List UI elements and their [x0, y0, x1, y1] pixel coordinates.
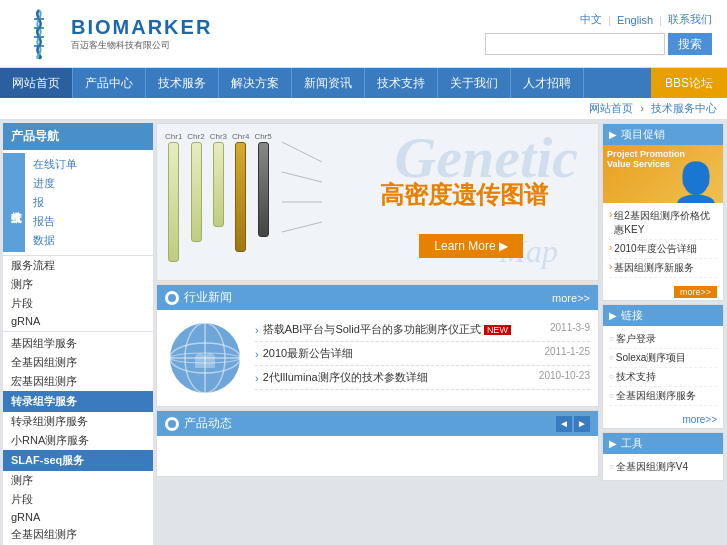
sidebar-online-label: 在线技术支持	[3, 153, 25, 252]
lang-cn[interactable]: 中文	[580, 12, 602, 27]
news2-icon-inner	[168, 420, 176, 428]
news-content: › 搭载ABI平台与Solid平台的多功能测序仪正式 NEW 2011-3-9 …	[157, 310, 598, 406]
promo-item-1[interactable]: › 组2基因组测序价格优惠KEY	[609, 207, 717, 240]
news-more[interactable]: more>>	[552, 292, 590, 304]
news-arrow-3: ›	[255, 372, 259, 384]
breadcrumb-sep: ›	[640, 102, 644, 114]
nav-item-tech[interactable]: 技术服务	[146, 68, 219, 98]
logo-text: BIOMARKER 百迈客生物科技有限公司	[71, 16, 212, 52]
tools-title-icon: ▶	[609, 438, 617, 449]
links-title-icon: ▶	[609, 310, 617, 321]
main-area: 产品导航 在线技术支持 在线订单 进度 报 报告 数据 服务流程 测序 片段 g…	[0, 120, 727, 545]
chr3-col: Chr3	[210, 132, 227, 227]
sidebar-title: 产品导航	[3, 123, 153, 150]
sidebar-item-order[interactable]: 在线订单	[25, 155, 153, 174]
sidebar-item-frag[interactable]: 片段	[3, 294, 153, 313]
tools-title-text: 工具	[621, 436, 643, 451]
news2-next-button[interactable]: ►	[574, 416, 590, 432]
lang-contact[interactable]: 联系我们	[668, 12, 712, 27]
nav-item-solution[interactable]: 解决方案	[219, 68, 292, 98]
nav-item-recruit[interactable]: 人才招聘	[511, 68, 584, 98]
sidebar-item-flow[interactable]: 服务流程	[3, 256, 153, 275]
sidebar-item-rna[interactable]: 转录组测序服务	[3, 412, 153, 431]
news-icon-inner	[168, 294, 176, 302]
sidebar-item-report2[interactable]: 报告	[25, 212, 153, 231]
lang-en[interactable]: English	[617, 14, 653, 26]
chr4-col: Chr4	[232, 132, 249, 252]
nav-item-about[interactable]: 关于我们	[438, 68, 511, 98]
news-item-3-text[interactable]: 2代Illumina测序仪的技术参数详细	[263, 370, 428, 385]
chr5-label: Chr5	[254, 132, 271, 141]
nav-item-news[interactable]: 新闻资讯	[292, 68, 365, 98]
links-item-4[interactable]: ○ 全基因组测序服务	[609, 387, 717, 406]
links-more-link[interactable]: more>>	[683, 414, 717, 425]
globe-svg	[165, 318, 245, 398]
sidebar-item-seq2[interactable]: 测序	[3, 471, 153, 490]
news-item-1-content: › 搭载ABI平台与Solid平台的多功能测序仪正式 NEW	[255, 322, 542, 337]
sidebar-item-frag2[interactable]: 片段	[3, 490, 153, 509]
sidebar-item-report1[interactable]: 报	[25, 193, 153, 212]
news-header-left: 行业新闻	[165, 289, 232, 306]
header: BIOMARKER 百迈客生物科技有限公司 中文 | English | 联系我…	[0, 0, 727, 68]
sidebar-item-grna[interactable]: gRNA	[3, 313, 153, 329]
news-item-2-text[interactable]: 2010最新公告详细	[263, 346, 353, 361]
sidebar-item-grna2[interactable]: gRNA	[3, 509, 153, 525]
sidebar-item-wgs2[interactable]: 全基因组测序	[3, 525, 153, 544]
sidebar-slaf[interactable]: SLAF-seq服务	[3, 450, 153, 471]
links-item-2[interactable]: ○ Solexa测序项目	[609, 349, 717, 368]
promo-items: › 组2基因组测序价格优惠KEY › 2010年度公告详细 › 基因组测序新服务	[603, 203, 723, 282]
promo-title-text: 项目促销	[621, 127, 665, 142]
sidebar-online-items: 在线订单 进度 报 报告 数据	[25, 153, 153, 252]
promo-item-3[interactable]: › 基因组测序新服务	[609, 259, 717, 278]
sidebar-item-smallrna[interactable]: 小RNA测序服务	[3, 431, 153, 450]
nav-item-products[interactable]: 产品中心	[73, 68, 146, 98]
links-item-4-text: 全基因组测序服务	[616, 389, 696, 403]
news-globe	[165, 318, 245, 398]
breadcrumb-home[interactable]: 网站首页	[589, 102, 633, 114]
news-list: › 搭载ABI平台与Solid平台的多功能测序仪正式 NEW 2011-3-9 …	[255, 318, 590, 398]
sidebar-item-meta[interactable]: 宏基因组测序	[3, 372, 153, 391]
banner-chromosomes: Chr1 Chr2 Chr3 Chr4	[165, 132, 322, 262]
news2-icon	[165, 417, 179, 431]
promo-arrow-2: ›	[609, 242, 612, 253]
sidebar-item-wgs[interactable]: 全基因组测序	[3, 353, 153, 372]
news2-header-left: 产品动态	[165, 415, 232, 432]
search-input[interactable]	[485, 33, 665, 55]
sidebar-divider2	[3, 331, 153, 332]
nav-item-support[interactable]: 技术支持	[365, 68, 438, 98]
svg-line-5	[282, 172, 322, 182]
links-more-area: more>>	[603, 410, 723, 428]
promo-item-2-text: 2010年度公告详细	[614, 242, 696, 256]
news-box2: 产品动态 ◄ ►	[156, 410, 599, 477]
news2-prev-button[interactable]: ◄	[556, 416, 572, 432]
news-item-1-text[interactable]: 搭载ABI平台与Solid平台的多功能测序仪正式	[263, 322, 481, 337]
news2-title: 产品动态	[184, 415, 232, 432]
logo-area: BIOMARKER 百迈客生物科技有限公司	[15, 8, 212, 60]
promo-more-btn[interactable]: more>>	[674, 286, 717, 298]
chr3-bar	[213, 142, 224, 227]
news-icon	[165, 291, 179, 305]
nav-item-bbs[interactable]: BBS论坛	[651, 68, 727, 98]
sidebar-item-seq[interactable]: 测序	[3, 275, 153, 294]
lang-bar: 中文 | English | 联系我们	[580, 12, 712, 27]
search-button[interactable]: 搜索	[668, 33, 712, 55]
links-item-1[interactable]: ○ 客户登录	[609, 330, 717, 349]
lang-divider: |	[608, 14, 611, 26]
tools-item-1[interactable]: ○ 全基因组测序V4	[609, 458, 717, 476]
links-title-text: 链接	[621, 308, 643, 323]
news-arrow-1: ›	[255, 324, 259, 336]
links-item-1-text: 客户登录	[616, 332, 656, 346]
sidebar-item-genomics[interactable]: 基因组学服务	[3, 334, 153, 353]
chr2-label: Chr2	[187, 132, 204, 141]
news-item-3-date: 2010-10-23	[539, 370, 590, 385]
sidebar-item-data[interactable]: 数据	[25, 231, 153, 250]
news-header: 行业新闻 more>>	[157, 285, 598, 310]
promo-item-2[interactable]: › 2010年度公告详细	[609, 240, 717, 259]
breadcrumb-current[interactable]: 技术服务中心	[651, 102, 717, 114]
banner-learn-more-button[interactable]: Learn More ▶	[419, 234, 523, 258]
sidebar-item-progress[interactable]: 进度	[25, 174, 153, 193]
links-item-3[interactable]: ○ 技术支持	[609, 368, 717, 387]
nav-item-home[interactable]: 网站首页	[0, 68, 73, 98]
news2-content	[157, 436, 598, 476]
breadcrumb: 网站首页 › 技术服务中心	[0, 98, 727, 120]
